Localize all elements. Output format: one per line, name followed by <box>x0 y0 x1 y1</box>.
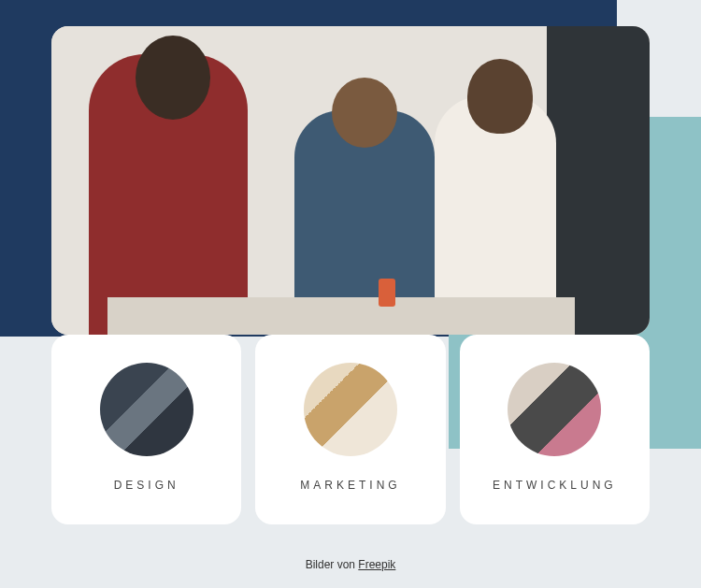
card-design[interactable]: DESIGN <box>51 335 241 524</box>
card-image-entwicklung <box>508 363 601 456</box>
card-image-marketing <box>304 363 397 456</box>
card-marketing[interactable]: MARKETING <box>255 335 445 524</box>
card-title: DESIGN <box>114 479 179 492</box>
card-title: ENTWICKLUNG <box>493 479 617 492</box>
card-entwicklung[interactable]: ENTWICKLUNG <box>460 335 650 524</box>
service-cards-row: DESIGN MARKETING ENTWICKLUNG <box>51 335 650 524</box>
hero-team-image <box>51 26 650 335</box>
card-title: MARKETING <box>300 479 400 492</box>
credit-prefix: Bilder von <box>306 558 359 571</box>
credit-link[interactable]: Freepik <box>358 558 395 571</box>
card-image-design <box>100 363 193 456</box>
image-credit: Bilder von Freepik <box>0 558 701 571</box>
